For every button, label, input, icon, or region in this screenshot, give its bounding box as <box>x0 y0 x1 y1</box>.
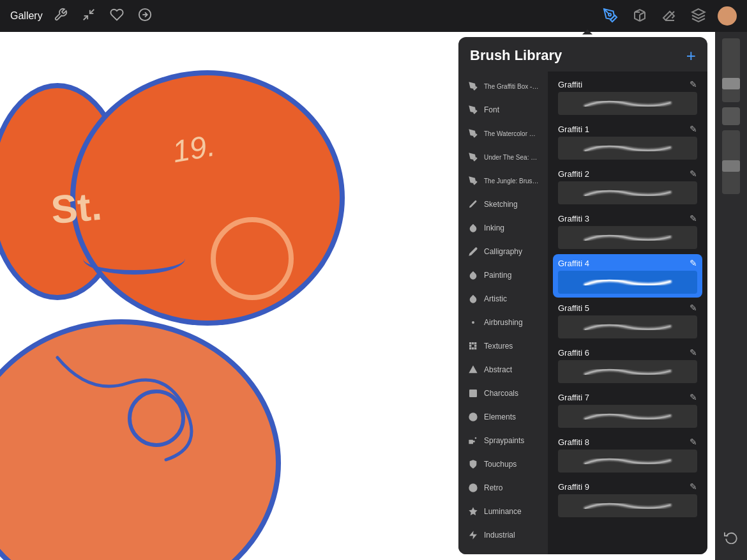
brush-preview-7 <box>558 405 697 428</box>
category-icon-calligraphy <box>467 246 479 257</box>
brush-item-0[interactable]: Graffiti ✎ <box>553 75 702 119</box>
inner-circle-1 <box>211 217 294 300</box>
panel-caret <box>582 29 592 34</box>
category-item-elements[interactable]: Elements <box>461 405 545 428</box>
svg-line-1 <box>83 15 87 19</box>
category-label-elements: Elements <box>484 412 516 421</box>
category-label-under-the-sea: Under The Sea: Brus... <box>484 154 539 161</box>
svg-line-0 <box>90 9 94 13</box>
brush-name-5: Graffiti 5 <box>558 303 589 313</box>
brush-edit-icon-6: ✎ <box>690 347 697 358</box>
right-side-panel <box>715 32 747 560</box>
category-item-touchups[interactable]: Touchups <box>461 453 545 476</box>
brush-item-header-7: Graffiti 7 ✎ <box>558 392 697 402</box>
category-label-calligraphy: Calligraphy <box>484 247 522 256</box>
brush-item-3[interactable]: Graffiti 3 ✎ <box>553 209 702 253</box>
category-item-artistic[interactable]: Artistic <box>461 287 545 310</box>
brush-category-list: The Graffiti Box - Br... Font The Waterc… <box>458 72 548 554</box>
category-label-textures: Textures <box>484 342 513 351</box>
brush-preview-5 <box>558 315 697 338</box>
category-icon-abstract <box>467 364 479 375</box>
brush-item-header-6: Graffiti 6 ✎ <box>558 347 697 358</box>
brush-item-5[interactable]: Graffiti 5 ✎ <box>553 299 702 342</box>
transform-button[interactable] <box>135 6 155 26</box>
brush-preview-1 <box>558 137 697 160</box>
adjustments-button[interactable] <box>79 6 99 26</box>
category-item-calligraphy[interactable]: Calligraphy <box>461 240 545 263</box>
brush-edit-icon-9: ✎ <box>690 481 697 492</box>
brush-edit-icon-5: ✎ <box>690 303 697 313</box>
brush-edit-icon-7: ✎ <box>690 392 697 402</box>
category-item-luminance[interactable]: Luminance <box>461 500 545 523</box>
settings-button[interactable] <box>50 6 71 26</box>
brush-edit-icon-4: ✎ <box>690 258 697 268</box>
smudge-button[interactable] <box>630 6 650 26</box>
brush-item-header-5: Graffiti 5 ✎ <box>558 303 697 313</box>
toolbar: Gallery <box>0 0 747 32</box>
svg-marker-5 <box>692 9 705 15</box>
category-label-industrial: Industrial <box>484 531 515 540</box>
toolbar-right <box>600 6 737 26</box>
brush-item-8[interactable]: Graffiti 8 ✎ <box>553 433 702 476</box>
category-item-watercolor-box[interactable]: The Watercolor Box:... <box>461 122 545 145</box>
svg-rect-11 <box>474 345 476 347</box>
category-label-inking: Inking <box>484 223 504 232</box>
svg-rect-9 <box>474 342 476 344</box>
brush-name-3: Graffiti 3 <box>558 214 589 223</box>
category-item-retro[interactable]: Retro <box>461 476 545 499</box>
layers-button[interactable] <box>688 6 709 26</box>
category-icon-watercolor-box <box>467 128 479 139</box>
brush-item-header-2: Graffiti 2 ✎ <box>558 169 697 179</box>
brush-library-panel: Brush Library + The Graffiti Box - Br...… <box>458 37 707 554</box>
category-icon-jungle-brushes <box>467 175 479 186</box>
brush-item-9[interactable]: Graffiti 9 ✎ <box>553 478 702 521</box>
brush-library-header: Brush Library + <box>458 37 707 72</box>
category-item-graffiti-box[interactable]: The Graffiti Box - Br... <box>461 75 545 98</box>
selection-button[interactable] <box>107 6 127 26</box>
brush-item-1[interactable]: Graffiti 1 ✎ <box>553 120 702 163</box>
svg-marker-26 <box>469 507 477 515</box>
svg-rect-16 <box>469 390 477 397</box>
brush-item-header-1: Graffiti 1 ✎ <box>558 124 697 134</box>
magic-icon <box>82 8 96 25</box>
category-item-sketching[interactable]: Sketching <box>461 193 545 216</box>
color-swatch[interactable] <box>722 107 740 125</box>
category-item-charcoals[interactable]: Charcoals <box>461 382 545 405</box>
brush-edit-icon-8: ✎ <box>690 437 697 447</box>
user-avatar[interactable] <box>718 6 737 26</box>
category-item-abstract[interactable]: Abstract <box>461 358 545 381</box>
category-label-graffiti-box: The Graffiti Box - Br... <box>484 83 539 90</box>
category-item-inking[interactable]: Inking <box>461 216 545 239</box>
brush-size-slider[interactable] <box>722 38 740 102</box>
brush-tool-button[interactable] <box>600 6 621 26</box>
category-item-airbrushing[interactable]: Airbrushing <box>461 311 545 334</box>
brush-item-2[interactable]: Graffiti 2 ✎ <box>553 165 702 208</box>
category-item-font[interactable]: Font <box>461 98 545 121</box>
brush-name-0: Graffiti <box>558 80 582 89</box>
category-item-painting[interactable]: Painting <box>461 264 545 287</box>
category-item-spraypaints[interactable]: Spraypaints <box>461 429 545 452</box>
brush-item-4[interactable]: Graffiti 4 ✎ <box>553 254 702 298</box>
eraser-button[interactable] <box>659 6 679 26</box>
add-brush-button[interactable]: + <box>686 47 696 64</box>
artwork-lines <box>38 345 217 473</box>
svg-rect-12 <box>469 347 471 349</box>
category-item-organic[interactable]: Organic <box>461 547 545 554</box>
brush-item-7[interactable]: Graffiti 7 ✎ <box>553 388 702 432</box>
brush-icon <box>603 8 618 25</box>
brush-item-6[interactable]: Graffiti 6 ✎ <box>553 344 702 387</box>
category-icon-painting <box>467 269 479 281</box>
category-item-jungle-brushes[interactable]: The Jungle: Brushes <box>461 169 545 192</box>
opacity-slider[interactable] <box>722 130 740 194</box>
brush-item-header-4: Graffiti 4 ✎ <box>558 258 697 268</box>
gallery-button[interactable]: Gallery <box>10 10 43 22</box>
undo-button[interactable] <box>724 530 738 547</box>
category-label-font: Font <box>484 105 499 114</box>
category-item-under-the-sea[interactable]: Under The Sea: Brus... <box>461 146 545 169</box>
canvas-area: 19. St. <box>0 32 460 560</box>
brush-edit-icon-3: ✎ <box>690 213 697 223</box>
svg-point-19 <box>475 437 477 439</box>
category-item-industrial[interactable]: Industrial <box>461 524 545 547</box>
brush-preview-4 <box>558 271 697 294</box>
category-item-textures[interactable]: Textures <box>461 335 545 358</box>
